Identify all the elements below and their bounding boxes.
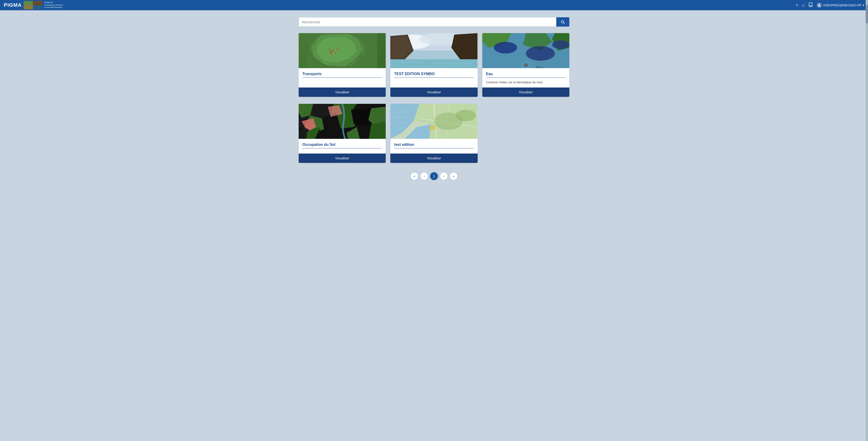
card-footer-transports: Visualiser xyxy=(299,88,386,97)
card-body-test-edition: test edition xyxy=(391,139,477,154)
test-edition-thumbnail-svg xyxy=(391,104,477,139)
card-footer-test-edition: Visualiser xyxy=(391,154,477,163)
card-body-symbo: TEST EDITION SYMBO xyxy=(391,68,477,88)
svg-rect-71 xyxy=(430,126,435,130)
card-body-transports: Transports xyxy=(299,68,386,88)
card-footer-eau: Visualiser xyxy=(482,88,569,97)
svg-point-35 xyxy=(526,46,555,61)
card-transports: Transports Visualiser xyxy=(299,33,386,97)
svg-point-70 xyxy=(456,109,476,121)
card-title-test-edition[interactable]: test edition xyxy=(394,143,474,148)
user-avatar-icon xyxy=(817,3,822,8)
svg-point-13 xyxy=(331,54,332,55)
header: PIGMA Plateforme d'échange de données en… xyxy=(0,0,868,10)
card-occupation-sol: Occupation du Sol Visualiser xyxy=(299,104,386,163)
visualiser-button-eau[interactable]: Visualiser xyxy=(482,88,569,97)
user-email: DDESPRES@NEOGEO.FR xyxy=(823,3,861,7)
card-footer-symbo: Visualiser xyxy=(391,88,477,97)
svg-point-16 xyxy=(340,56,340,57)
scrollbar[interactable] xyxy=(866,0,868,441)
visualiser-button-symbo[interactable]: Visualiser xyxy=(391,88,477,97)
user-menu[interactable]: DDESPRES@NEOGEO.FR ▾ xyxy=(817,3,864,8)
card-title-eau[interactable]: Eau xyxy=(486,72,566,78)
card-body-eau: Eau Contexte métier sur la thématique de… xyxy=(482,68,569,88)
search-bar xyxy=(299,17,569,27)
pagination-next-button[interactable]: › xyxy=(440,172,448,180)
card-eau: Eau Eau Contexte métier sur la thématiqu… xyxy=(482,33,569,97)
search-button[interactable] xyxy=(556,17,569,27)
svg-rect-3 xyxy=(24,5,33,9)
platform-description: Plateforme d'échange de données en Nouve… xyxy=(44,1,63,9)
card-thumbnail-test-edition xyxy=(391,104,477,139)
svg-point-9 xyxy=(332,50,334,51)
card-thumbnail-symbo xyxy=(391,33,477,68)
card-footer-occupation: Visualiser xyxy=(299,154,386,163)
card-title-occupation[interactable]: Occupation du Sol xyxy=(302,143,382,148)
card-description-eau: Contexte métier sur la thématique de l'e… xyxy=(486,80,566,85)
chevron-down-icon: ▾ xyxy=(863,3,864,7)
card-title-transports[interactable]: Transports xyxy=(302,72,382,78)
svg-point-34 xyxy=(494,42,517,54)
pagination-prev-button[interactable]: ‹ xyxy=(420,172,428,180)
svg-rect-2 xyxy=(33,5,42,9)
scrollbar-thumb[interactable] xyxy=(866,5,868,23)
card-test-edition: test edition Visualiser xyxy=(391,104,477,163)
svg-text:Eau: Eau xyxy=(536,65,544,68)
symbo-thumbnail-svg xyxy=(391,33,477,68)
svg-point-15 xyxy=(342,48,343,49)
pagination-page-1-button[interactable]: 1 xyxy=(430,172,438,180)
svg-rect-22 xyxy=(391,59,477,68)
card-thumbnail-transports xyxy=(299,33,386,68)
card-test-edition-symbo: TEST EDITION SYMBO Visualiser xyxy=(391,33,477,97)
pagination-last-button[interactable]: » xyxy=(450,172,458,180)
svg-point-14 xyxy=(326,47,327,48)
visualiser-button-test-edition[interactable]: Visualiser xyxy=(391,154,477,163)
add-icon[interactable]: + xyxy=(796,3,799,8)
transports-map-svg xyxy=(299,33,386,68)
search-input[interactable] xyxy=(299,17,556,27)
card-thumbnail-occupation xyxy=(299,104,386,139)
svg-point-8 xyxy=(330,51,331,53)
svg-rect-4 xyxy=(33,1,42,5)
logo-image xyxy=(24,1,42,9)
visualiser-button-transports[interactable]: Visualiser xyxy=(299,88,386,97)
cards-row-1: Transports Visualiser xyxy=(299,33,569,97)
pigma-logo-text: PIGMA xyxy=(4,2,22,8)
search-icon xyxy=(560,20,565,24)
card-title-symbo[interactable]: TEST EDITION SYMBO xyxy=(394,72,474,78)
book-icon[interactable] xyxy=(808,2,813,8)
logo-area: PIGMA Plateforme d'échange de données en… xyxy=(4,1,63,9)
main-content: Transports Visualiser xyxy=(271,10,597,194)
header-actions: + ⌂ DDESPRES@NEOGEO.FR ▾ xyxy=(796,2,864,8)
svg-point-36 xyxy=(552,40,569,49)
occupation-thumbnail-svg xyxy=(299,104,386,139)
cards-row-2: Occupation du Sol Visualiser xyxy=(299,104,569,163)
pagination-first-button[interactable]: « xyxy=(410,172,418,180)
svg-point-11 xyxy=(329,49,330,50)
visualiser-button-occupation[interactable]: Visualiser xyxy=(299,154,386,163)
card-thumbnail-eau: Eau xyxy=(482,33,569,68)
svg-point-10 xyxy=(335,53,336,54)
home-icon[interactable]: ⌂ xyxy=(802,3,805,8)
pagination: « ‹ 1 › » xyxy=(299,170,569,187)
svg-rect-42 xyxy=(524,64,528,66)
eau-thumbnail-svg: Eau xyxy=(482,33,569,68)
card-body-occupation: Occupation du Sol xyxy=(299,139,386,154)
svg-point-12 xyxy=(337,49,338,50)
svg-rect-1 xyxy=(24,1,33,5)
